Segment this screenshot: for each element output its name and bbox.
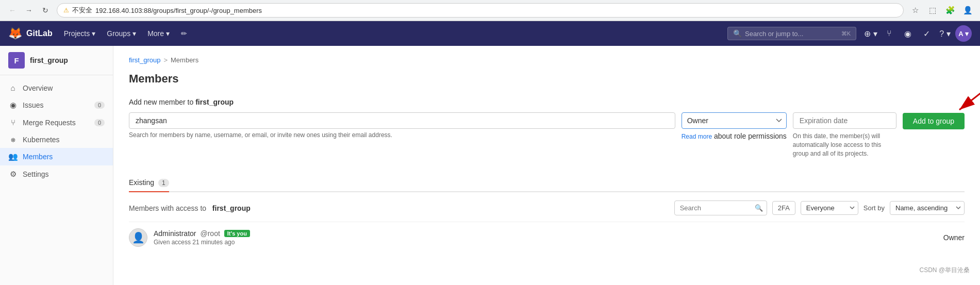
kubernetes-icon: ⎈ bbox=[8, 135, 18, 144]
help-button[interactable]: ? ▾ bbox=[937, 25, 953, 42]
expiry-hint: On this date, the member(s) will automat… bbox=[793, 132, 896, 158]
gitlab-brand-text: GitLab bbox=[26, 29, 53, 38]
browser-actions: ☆ ⬚ 🧩 👤 bbox=[908, 3, 975, 18]
member-input-wrap: Search for members by name, username, or… bbox=[129, 112, 675, 139]
role-link-wrap: Read more about role permissions bbox=[682, 132, 787, 140]
member-name: Administrator bbox=[154, 229, 196, 238]
member-role: Owner bbox=[943, 233, 965, 242]
merge-requests-nav-button[interactable]: ⑂ bbox=[881, 25, 898, 42]
bookmark-star-button[interactable]: ☆ bbox=[908, 3, 922, 18]
twofa-filter[interactable]: 2FA bbox=[772, 201, 795, 215]
security-label: 不安全 bbox=[72, 6, 92, 15]
settings-icon: ⚙ bbox=[8, 170, 18, 179]
security-icon: ⚠ bbox=[63, 7, 69, 14]
add-member-label: Add new member to first_group bbox=[129, 98, 965, 106]
sidebar-item-label: Members bbox=[23, 153, 53, 161]
default-avatar-icon: 👤 bbox=[132, 231, 145, 244]
merge-badge: 0 bbox=[94, 119, 105, 126]
sidebar-nav: ⌂ Overview ◉ Issues 0 ⑂ Merge Requests 0… bbox=[0, 75, 113, 187]
topnav-search-input[interactable] bbox=[745, 30, 838, 38]
home-icon: ⌂ bbox=[8, 83, 18, 92]
account-button[interactable]: 👤 bbox=[960, 3, 975, 18]
page-layout: F first_group ⌂ Overview ◉ Issues 0 ⑂ Me… bbox=[0, 46, 980, 285]
existing-tab-badge: 1 bbox=[158, 179, 169, 187]
sidebar-item-members[interactable]: 👥 Members bbox=[0, 148, 113, 165]
existing-tabs: Existing 1 bbox=[129, 174, 965, 192]
page-title: Members bbox=[129, 72, 965, 86]
sort-select[interactable]: Name, ascending Name, descending Last jo… bbox=[890, 201, 965, 215]
todo-button[interactable]: ✓ bbox=[918, 25, 935, 42]
member-search-input[interactable] bbox=[129, 112, 675, 129]
sidebar-item-issues[interactable]: ◉ Issues 0 bbox=[0, 96, 113, 114]
breadcrumb-group-link[interactable]: first_group bbox=[129, 56, 160, 64]
browser-toolbar: ← → ↻ ⚠ 不安全 192.168.40.103:88/groups/fir… bbox=[0, 0, 980, 21]
reload-button[interactable]: ↻ bbox=[38, 3, 53, 18]
gitlab-fox-icon: 🦊 bbox=[8, 27, 22, 40]
members-search-input[interactable] bbox=[674, 200, 767, 215]
member-input-hint: Search for members by name, username, or… bbox=[129, 131, 675, 139]
sidebar-item-label: Settings bbox=[23, 170, 49, 178]
sidebar-item-label: Overview bbox=[23, 84, 53, 92]
back-button[interactable]: ← bbox=[5, 3, 20, 18]
chevron-down-icon: ▾ bbox=[166, 29, 170, 38]
chevron-down-icon: ▾ bbox=[92, 29, 95, 38]
topnav-items: Projects ▾ Groups ▾ More ▾ ✏ bbox=[59, 21, 721, 46]
topnav-more[interactable]: More ▾ bbox=[142, 21, 175, 46]
member-name-row: Administrator @root It's you bbox=[154, 229, 943, 238]
group-avatar: F bbox=[8, 52, 25, 69]
address-text: 192.168.40.103:88/groups/first_group/-/g… bbox=[95, 7, 897, 14]
add-member-form: Search for members by name, username, or… bbox=[129, 112, 965, 158]
issues-icon: ◉ bbox=[8, 100, 18, 110]
role-hint-text: about role permissions bbox=[714, 132, 787, 140]
gitlab-logo[interactable]: 🦊 GitLab bbox=[8, 27, 53, 40]
existing-section: Existing 1 Members with access to first_… bbox=[129, 174, 965, 253]
issues-nav-button[interactable]: ◉ bbox=[900, 25, 916, 42]
cast-button[interactable]: ⬚ bbox=[925, 3, 940, 18]
watermark: CSDN @举目沧桑 bbox=[919, 266, 970, 275]
topnav-search[interactable]: 🔍 ⌘K bbox=[727, 27, 856, 40]
members-icon: 👥 bbox=[8, 152, 18, 161]
topnav-pencil[interactable]: ✏ bbox=[176, 21, 192, 46]
forward-button[interactable]: → bbox=[22, 3, 36, 18]
extensions-button[interactable]: 🧩 bbox=[943, 3, 957, 18]
table-row: 👤 Administrator @root It's you Given acc… bbox=[129, 222, 965, 253]
filter-everyone-select[interactable]: Everyone 2FA enabled 2FA disabled bbox=[801, 201, 858, 215]
topnav-projects[interactable]: Projects ▾ bbox=[59, 21, 101, 46]
browser-chrome: ← → ↻ ⚠ 不安全 192.168.40.103:88/groups/fir… bbox=[0, 0, 980, 21]
user-avatar-button[interactable]: A ▾ bbox=[955, 25, 972, 42]
expiry-date-input[interactable] bbox=[793, 112, 896, 129]
search-icon: 🔍 bbox=[733, 29, 742, 38]
sort-label: Sort by bbox=[863, 204, 885, 212]
merge-icon: ⑂ bbox=[8, 118, 18, 127]
sidebar-item-kubernetes[interactable]: ⎈ Kubernetes bbox=[0, 131, 113, 148]
member-you-tag: It's you bbox=[224, 230, 250, 237]
sidebar-item-label: Issues bbox=[23, 101, 43, 109]
role-select[interactable]: Guest Reporter Developer Maintainer Owne… bbox=[682, 112, 787, 129]
sidebar-header: F first_group bbox=[0, 46, 113, 75]
breadcrumb: first_group > Members bbox=[129, 56, 965, 64]
topnav-icon-buttons: ⊕ ▾ ⑂ ◉ ✓ ? ▾ A ▾ bbox=[862, 25, 972, 42]
members-header: Members with access to first_group 🔍 2FA… bbox=[129, 200, 965, 215]
read-more-link[interactable]: Read more bbox=[682, 133, 712, 140]
members-filters: 🔍 2FA Everyone 2FA enabled 2FA disabled … bbox=[674, 200, 965, 215]
expiry-wrap: On this date, the member(s) will automat… bbox=[793, 112, 896, 158]
pencil-icon: ✏ bbox=[181, 29, 187, 38]
member-access-text: Given access 21 minutes ago bbox=[154, 239, 943, 246]
members-search-wrap: 🔍 bbox=[674, 200, 767, 215]
address-bar[interactable]: ⚠ 不安全 192.168.40.103:88/groups/first_gro… bbox=[57, 3, 904, 18]
browser-nav-buttons: ← → ↻ bbox=[5, 3, 53, 18]
sidebar-item-settings[interactable]: ⚙ Settings bbox=[0, 165, 113, 183]
add-member-section: Add new member to first_group Search for… bbox=[129, 98, 965, 158]
topnav-groups[interactable]: Groups ▾ bbox=[102, 21, 141, 46]
gitlab-topnav: 🦊 GitLab Projects ▾ Groups ▾ More ▾ ✏ 🔍 … bbox=[0, 21, 980, 46]
plus-menu-button[interactable]: ⊕ ▾ bbox=[862, 25, 879, 42]
member-info: Administrator @root It's you Given acces… bbox=[154, 229, 943, 246]
main-content: first_group > Members Members Add new me… bbox=[113, 46, 980, 285]
member-avatar: 👤 bbox=[129, 228, 147, 247]
sidebar-item-merge-requests[interactable]: ⑂ Merge Requests 0 bbox=[0, 114, 113, 131]
add-member-group-name: first_group bbox=[195, 98, 234, 106]
add-to-group-button[interactable]: Add to group bbox=[903, 113, 965, 129]
tab-existing[interactable]: Existing 1 bbox=[129, 174, 169, 192]
sidebar-item-overview[interactable]: ⌂ Overview bbox=[0, 79, 113, 96]
breadcrumb-current: Members bbox=[171, 56, 198, 64]
